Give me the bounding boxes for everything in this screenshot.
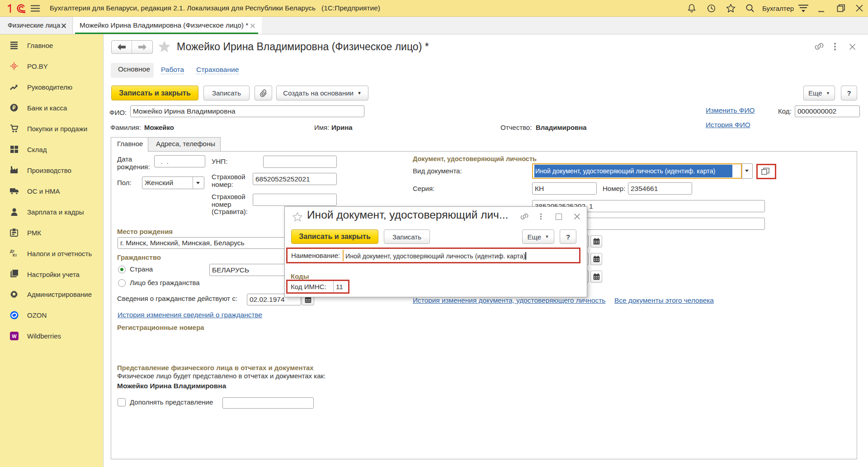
svg-text:Кт: Кт — [13, 253, 17, 257]
svg-text:W: W — [12, 334, 17, 339]
svg-text:₽: ₽ — [12, 105, 16, 110]
